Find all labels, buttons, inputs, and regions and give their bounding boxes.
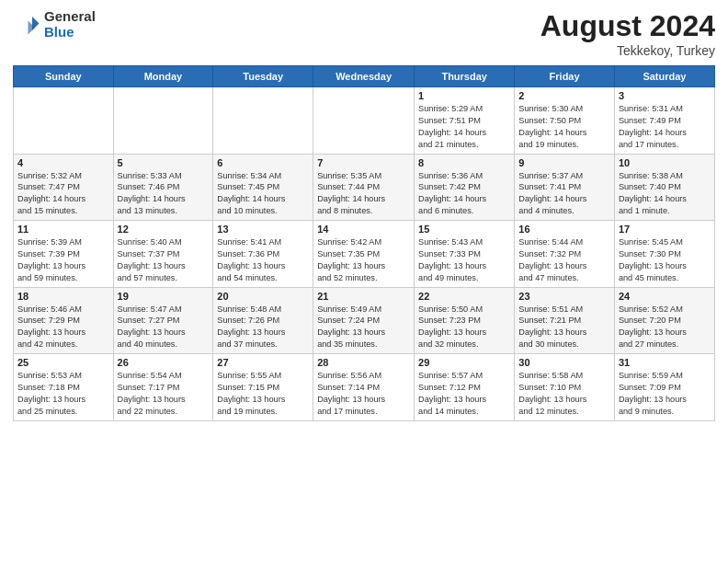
title-month: August 2024	[540, 9, 715, 43]
table-row: 26Sunrise: 5:54 AM Sunset: 7:17 PM Dayli…	[113, 354, 213, 421]
day-info: Sunrise: 5:46 AM Sunset: 7:29 PM Dayligh…	[17, 304, 109, 351]
table-row: 18Sunrise: 5:46 AM Sunset: 7:29 PM Dayli…	[14, 287, 114, 354]
table-row: 20Sunrise: 5:48 AM Sunset: 7:26 PM Dayli…	[213, 287, 313, 354]
day-number: 2	[518, 90, 610, 101]
table-row: 28Sunrise: 5:56 AM Sunset: 7:14 PM Dayli…	[313, 354, 415, 421]
table-row: 10Sunrise: 5:38 AM Sunset: 7:40 PM Dayli…	[614, 154, 714, 221]
day-number: 21	[317, 291, 410, 302]
day-info: Sunrise: 5:50 AM Sunset: 7:23 PM Dayligh…	[418, 304, 510, 351]
table-row: 17Sunrise: 5:45 AM Sunset: 7:30 PM Dayli…	[614, 221, 714, 288]
table-row: 5Sunrise: 5:33 AM Sunset: 7:46 PM Daylig…	[113, 154, 213, 221]
calendar-week-row: 1Sunrise: 5:29 AM Sunset: 7:51 PM Daylig…	[14, 87, 715, 155]
calendar-week-row: 4Sunrise: 5:32 AM Sunset: 7:47 PM Daylig…	[14, 154, 715, 221]
day-number: 3	[619, 90, 711, 101]
day-number: 30	[518, 357, 610, 368]
col-friday: Friday	[515, 66, 615, 87]
table-row: 29Sunrise: 5:57 AM Sunset: 7:12 PM Dayli…	[415, 354, 515, 421]
table-row: 11Sunrise: 5:39 AM Sunset: 7:39 PM Dayli…	[14, 221, 114, 288]
day-info: Sunrise: 5:29 AM Sunset: 7:51 PM Dayligh…	[418, 103, 510, 151]
table-row: 9Sunrise: 5:37 AM Sunset: 7:41 PM Daylig…	[515, 154, 615, 221]
day-number: 16	[518, 224, 610, 235]
day-info: Sunrise: 5:42 AM Sunset: 7:35 PM Dayligh…	[317, 236, 410, 284]
day-info: Sunrise: 5:51 AM Sunset: 7:21 PM Dayligh…	[518, 304, 610, 351]
day-info: Sunrise: 5:49 AM Sunset: 7:24 PM Dayligh…	[317, 304, 410, 351]
day-info: Sunrise: 5:32 AM Sunset: 7:47 PM Dayligh…	[17, 170, 109, 218]
table-row: 23Sunrise: 5:51 AM Sunset: 7:21 PM Dayli…	[515, 287, 615, 354]
day-number: 31	[619, 357, 711, 368]
day-info: Sunrise: 5:43 AM Sunset: 7:33 PM Dayligh…	[418, 236, 510, 284]
day-info: Sunrise: 5:40 AM Sunset: 7:37 PM Dayligh…	[118, 236, 210, 284]
day-info: Sunrise: 5:57 AM Sunset: 7:12 PM Dayligh…	[418, 370, 510, 418]
day-number: 18	[17, 291, 109, 302]
day-info: Sunrise: 5:47 AM Sunset: 7:27 PM Dayligh…	[118, 304, 210, 351]
day-number: 28	[317, 357, 410, 368]
col-wednesday: Wednesday	[313, 66, 415, 87]
table-row	[313, 87, 415, 155]
day-number: 22	[418, 291, 510, 302]
logo-general: General	[44, 9, 96, 25]
day-number: 15	[418, 224, 510, 235]
page: General Blue August 2024 Tekkekoy, Turke…	[0, 0, 728, 431]
table-row: 1Sunrise: 5:29 AM Sunset: 7:51 PM Daylig…	[415, 87, 515, 155]
col-sunday: Sunday	[14, 66, 114, 87]
logo-icon	[13, 11, 40, 39]
table-row: 22Sunrise: 5:50 AM Sunset: 7:23 PM Dayli…	[415, 287, 515, 354]
day-info: Sunrise: 5:44 AM Sunset: 7:32 PM Dayligh…	[518, 236, 610, 284]
table-row: 21Sunrise: 5:49 AM Sunset: 7:24 PM Dayli…	[313, 287, 415, 354]
day-number: 17	[619, 224, 711, 235]
day-info: Sunrise: 5:30 AM Sunset: 7:50 PM Dayligh…	[518, 103, 610, 151]
day-info: Sunrise: 5:34 AM Sunset: 7:45 PM Dayligh…	[217, 170, 309, 218]
day-number: 10	[619, 157, 711, 168]
calendar-week-row: 18Sunrise: 5:46 AM Sunset: 7:29 PM Dayli…	[14, 287, 715, 354]
day-info: Sunrise: 5:59 AM Sunset: 7:09 PM Dayligh…	[619, 370, 711, 418]
day-info: Sunrise: 5:41 AM Sunset: 7:36 PM Dayligh…	[217, 236, 309, 284]
table-row: 16Sunrise: 5:44 AM Sunset: 7:32 PM Dayli…	[515, 221, 615, 288]
col-monday: Monday	[113, 66, 213, 87]
day-info: Sunrise: 5:54 AM Sunset: 7:17 PM Dayligh…	[118, 370, 210, 418]
day-info: Sunrise: 5:36 AM Sunset: 7:42 PM Dayligh…	[418, 170, 510, 218]
day-info: Sunrise: 5:52 AM Sunset: 7:20 PM Dayligh…	[619, 304, 711, 351]
table-row: 2Sunrise: 5:30 AM Sunset: 7:50 PM Daylig…	[515, 87, 615, 155]
header: General Blue August 2024 Tekkekoy, Turke…	[13, 9, 715, 58]
day-number: 29	[418, 357, 510, 368]
col-thursday: Thursday	[415, 66, 515, 87]
day-number: 14	[317, 224, 410, 235]
table-row: 27Sunrise: 5:55 AM Sunset: 7:15 PM Dayli…	[213, 354, 313, 421]
table-row	[213, 87, 313, 155]
table-row: 13Sunrise: 5:41 AM Sunset: 7:36 PM Dayli…	[213, 221, 313, 288]
logo-text: General Blue	[44, 9, 96, 40]
calendar-week-row: 11Sunrise: 5:39 AM Sunset: 7:39 PM Dayli…	[14, 221, 715, 288]
table-row: 24Sunrise: 5:52 AM Sunset: 7:20 PM Dayli…	[614, 287, 714, 354]
table-row: 15Sunrise: 5:43 AM Sunset: 7:33 PM Dayli…	[415, 221, 515, 288]
table-row: 30Sunrise: 5:58 AM Sunset: 7:10 PM Dayli…	[515, 354, 615, 421]
day-number: 24	[619, 291, 711, 302]
table-row: 4Sunrise: 5:32 AM Sunset: 7:47 PM Daylig…	[14, 154, 114, 221]
table-row: 7Sunrise: 5:35 AM Sunset: 7:44 PM Daylig…	[313, 154, 415, 221]
logo: General Blue	[13, 9, 96, 40]
day-info: Sunrise: 5:55 AM Sunset: 7:15 PM Dayligh…	[217, 370, 309, 418]
day-info: Sunrise: 5:38 AM Sunset: 7:40 PM Dayligh…	[619, 170, 711, 218]
day-info: Sunrise: 5:56 AM Sunset: 7:14 PM Dayligh…	[317, 370, 410, 418]
table-row: 8Sunrise: 5:36 AM Sunset: 7:42 PM Daylig…	[415, 154, 515, 221]
calendar-header-row: Sunday Monday Tuesday Wednesday Thursday…	[14, 66, 715, 87]
day-number: 12	[118, 224, 210, 235]
day-info: Sunrise: 5:33 AM Sunset: 7:46 PM Dayligh…	[118, 170, 210, 218]
day-info: Sunrise: 5:58 AM Sunset: 7:10 PM Dayligh…	[518, 370, 610, 418]
table-row: 6Sunrise: 5:34 AM Sunset: 7:45 PM Daylig…	[213, 154, 313, 221]
col-saturday: Saturday	[614, 66, 714, 87]
day-info: Sunrise: 5:39 AM Sunset: 7:39 PM Dayligh…	[17, 236, 109, 284]
table-row	[113, 87, 213, 155]
calendar-table: Sunday Monday Tuesday Wednesday Thursday…	[13, 65, 715, 421]
day-info: Sunrise: 5:35 AM Sunset: 7:44 PM Dayligh…	[317, 170, 410, 218]
logo-blue: Blue	[44, 25, 96, 40]
day-number: 11	[17, 224, 109, 235]
table-row: 3Sunrise: 5:31 AM Sunset: 7:49 PM Daylig…	[614, 87, 714, 155]
day-number: 5	[118, 157, 210, 168]
table-row: 31Sunrise: 5:59 AM Sunset: 7:09 PM Dayli…	[614, 354, 714, 421]
day-number: 25	[17, 357, 109, 368]
day-info: Sunrise: 5:31 AM Sunset: 7:49 PM Dayligh…	[619, 103, 711, 151]
title-location: Tekkekoy, Turkey	[540, 43, 715, 58]
day-info: Sunrise: 5:48 AM Sunset: 7:26 PM Dayligh…	[217, 304, 309, 351]
day-number: 6	[217, 157, 309, 168]
day-number: 4	[17, 157, 109, 168]
